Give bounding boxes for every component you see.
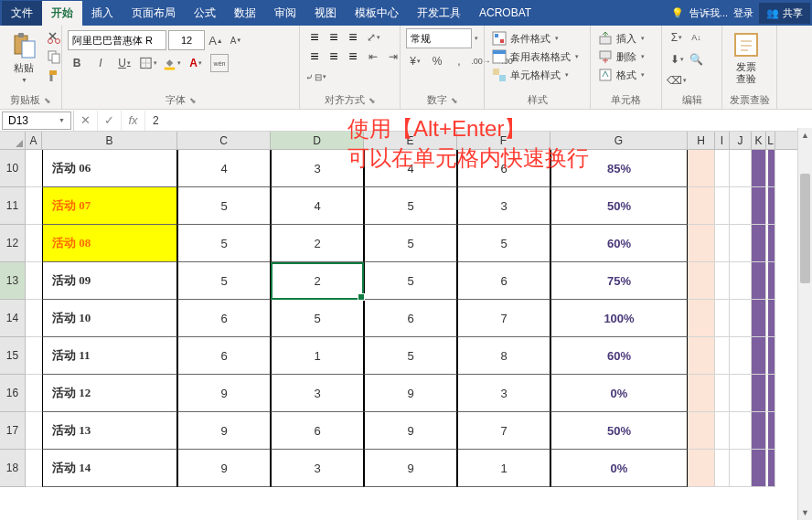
cell-activity-name[interactable]: 活动 11 — [42, 337, 177, 375]
cell[interactable] — [26, 300, 42, 337]
cell[interactable]: 9 — [177, 412, 271, 450]
cell[interactable]: 3 — [457, 187, 550, 225]
currency-button[interactable]: ¥▾ — [406, 52, 424, 70]
cell[interactable]: 5 — [177, 225, 271, 262]
cell[interactable] — [752, 225, 766, 262]
cell[interactable] — [752, 262, 766, 300]
tab-data[interactable]: 数据 — [225, 1, 265, 26]
tab-review[interactable]: 审阅 — [265, 1, 305, 26]
login-button[interactable]: 登录 — [733, 6, 753, 20]
cell[interactable] — [26, 150, 42, 187]
cell-percent[interactable]: 75% — [550, 262, 688, 300]
cell[interactable] — [688, 375, 715, 412]
cell[interactable] — [715, 262, 730, 300]
align-center[interactable]: ≡ — [325, 48, 343, 66]
cell[interactable]: 5 — [364, 187, 457, 225]
col-header-B[interactable]: B — [42, 132, 177, 149]
cell[interactable] — [715, 187, 730, 225]
col-header-G[interactable]: G — [550, 132, 688, 149]
cell-styles-button[interactable]: 单元格样式▾ — [490, 67, 571, 83]
cell[interactable]: 9 — [177, 450, 271, 487]
format-painter-button[interactable] — [45, 67, 63, 85]
row-header-10[interactable]: 10 — [0, 150, 26, 187]
cell[interactable]: 1 — [457, 450, 550, 487]
cell[interactable] — [730, 412, 752, 450]
cell[interactable]: 4 — [364, 150, 457, 187]
cell[interactable] — [752, 412, 766, 450]
col-header-L[interactable]: L — [766, 132, 775, 149]
cell[interactable] — [26, 337, 42, 375]
cell[interactable] — [730, 225, 752, 262]
cell-percent[interactable]: 0% — [550, 450, 688, 487]
cell-activity-name[interactable]: 活动 12 — [42, 375, 177, 412]
cell[interactable] — [752, 337, 766, 375]
cell[interactable] — [766, 412, 775, 450]
font-name-select[interactable] — [68, 30, 166, 50]
cell[interactable] — [715, 375, 730, 412]
cell[interactable] — [766, 337, 775, 375]
formula-input[interactable]: 2 — [145, 112, 812, 129]
cell[interactable] — [26, 450, 42, 487]
align-left[interactable]: ≡ — [305, 48, 324, 66]
name-box[interactable]: D13 ▼ — [2, 111, 71, 130]
tab-page-layout[interactable]: 页面布局 — [123, 1, 185, 26]
decrease-font-button[interactable]: A▼ — [227, 31, 245, 49]
cell[interactable]: 6 — [364, 300, 457, 337]
cell[interactable] — [26, 262, 42, 300]
scroll-thumb[interactable] — [800, 174, 810, 283]
row-header-15[interactable]: 15 — [0, 337, 26, 375]
expand-icon[interactable]: ⬊ — [189, 96, 197, 105]
expand-icon[interactable]: ⬊ — [369, 96, 376, 105]
cell-percent[interactable]: 85% — [550, 150, 688, 187]
cell[interactable] — [752, 375, 766, 412]
border-button[interactable]: ▾ — [139, 54, 157, 72]
cell[interactable] — [688, 187, 715, 225]
cell[interactable] — [752, 150, 766, 187]
underline-button[interactable]: U▾ — [115, 54, 134, 72]
cell[interactable]: 8 — [457, 337, 550, 375]
cell-activity-name[interactable]: 活动 07 — [42, 187, 177, 225]
fill-color-button[interactable]: ▾ — [163, 54, 181, 72]
cell[interactable]: 2 — [271, 262, 364, 300]
cell[interactable]: 6 — [271, 412, 364, 450]
cell[interactable] — [752, 300, 766, 337]
cell[interactable] — [26, 412, 42, 450]
cell-percent[interactable]: 60% — [550, 337, 688, 375]
cell[interactable]: 4 — [271, 187, 364, 225]
comma-button[interactable]: , — [450, 52, 468, 70]
cell-activity-name[interactable]: 活动 13 — [42, 412, 177, 450]
tab-developer[interactable]: 开发工具 — [408, 1, 470, 26]
cell[interactable] — [730, 300, 752, 337]
conditional-format-button[interactable]: 条件格式▾ — [490, 30, 561, 47]
cell[interactable] — [730, 187, 752, 225]
cell-activity-name[interactable]: 活动 10 — [42, 300, 177, 337]
cell[interactable] — [766, 300, 775, 337]
cell[interactable]: 5 — [177, 262, 271, 300]
cell[interactable] — [766, 187, 775, 225]
scroll-down-button[interactable]: ▼ — [798, 505, 812, 520]
bold-button[interactable]: B — [68, 54, 86, 72]
cell[interactable] — [715, 225, 730, 262]
row-header-14[interactable]: 14 — [0, 300, 26, 337]
cell[interactable] — [715, 300, 730, 337]
number-format-select[interactable] — [406, 28, 472, 48]
cell[interactable] — [715, 337, 730, 375]
expand-icon[interactable]: ⬊ — [451, 96, 458, 105]
cell[interactable] — [752, 450, 766, 487]
tell-me[interactable]: 告诉我... — [689, 6, 728, 20]
cell-percent[interactable]: 0% — [550, 375, 688, 412]
cell[interactable] — [688, 225, 715, 262]
merge-center[interactable]: ⊟▾ — [315, 68, 326, 86]
row-header-11[interactable]: 11 — [0, 187, 26, 225]
row-header-18[interactable]: 18 — [0, 450, 26, 487]
col-header-J[interactable]: J — [730, 132, 752, 149]
row-header-17[interactable]: 17 — [0, 412, 26, 450]
fill-button[interactable]: ⬇▾ — [668, 50, 686, 69]
row-header-12[interactable]: 12 — [0, 225, 26, 262]
cell[interactable]: 7 — [457, 300, 550, 337]
cell[interactable]: 1 — [271, 337, 364, 375]
cell[interactable]: 3 — [457, 375, 550, 412]
cell[interactable] — [730, 337, 752, 375]
expand-icon[interactable]: ⬊ — [44, 96, 51, 105]
cell[interactable]: 9 — [177, 375, 271, 412]
